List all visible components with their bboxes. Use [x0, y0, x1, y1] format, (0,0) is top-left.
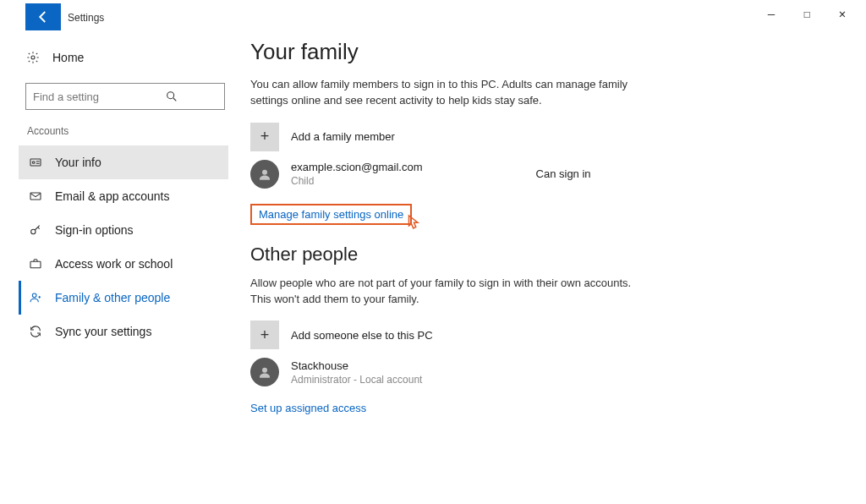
sidebar-item-label: Email & app accounts	[55, 189, 169, 203]
other-heading: Other people	[250, 244, 832, 266]
add-other-label: Add someone else to this PC	[291, 329, 433, 342]
svg-point-7	[32, 293, 36, 298]
other-user-role: Administrator - Local account	[291, 374, 422, 386]
add-family-member-button[interactable]: + Add a family member	[250, 123, 832, 151]
sidebar-item-your-info[interactable]: Your info	[19, 145, 228, 179]
avatar-icon	[250, 358, 279, 386]
svg-point-9	[262, 368, 267, 373]
member-role: Child	[291, 175, 423, 187]
sidebar-item-family[interactable]: Family & other people	[19, 281, 228, 315]
briefcase-icon	[28, 256, 43, 271]
sidebar-item-sync[interactable]: Sync your settings	[19, 315, 228, 348]
cursor-annotation	[400, 211, 425, 238]
family-description: You can allow family members to sign in …	[250, 77, 639, 109]
add-family-label: Add a family member	[291, 130, 395, 143]
minimize-button[interactable]: —	[763, 5, 780, 22]
person-icon	[28, 290, 43, 305]
svg-point-3	[32, 162, 35, 164]
avatar-icon	[250, 160, 279, 189]
category-label: Accounts	[27, 125, 223, 137]
family-heading: Your family	[250, 39, 832, 65]
search-input[interactable]: Find a setting	[25, 83, 225, 110]
family-member-row[interactable]: example.scion@gmail.com Child Can sign i…	[250, 160, 832, 189]
assigned-access-link[interactable]: Set up assigned access	[250, 402, 366, 414]
svg-point-0	[31, 56, 35, 59]
home-label: Home	[52, 51, 84, 64]
member-email: example.scion@gmail.com	[291, 161, 423, 173]
sidebar-item-label: Sign-in options	[55, 223, 134, 237]
maximize-button[interactable]: ☐	[798, 5, 815, 22]
svg-rect-6	[30, 261, 41, 267]
sidebar-item-label: Sync your settings	[55, 325, 151, 338]
id-card-icon	[28, 155, 43, 170]
sidebar: Home Find a setting Accounts Your info E…	[0, 34, 227, 504]
gear-icon	[25, 50, 41, 65]
home-nav[interactable]: Home	[25, 42, 223, 73]
manage-family-link[interactable]: Manage family settings online	[259, 208, 403, 221]
search-placeholder: Find a setting	[33, 90, 125, 103]
sync-icon	[28, 324, 43, 339]
other-user-row[interactable]: Stackhouse Administrator - Local account	[250, 358, 832, 386]
sidebar-item-label: Your info	[55, 156, 101, 169]
add-other-button[interactable]: + Add someone else to this PC	[250, 320, 832, 349]
manage-family-link-highlight: Manage family settings online	[250, 204, 412, 225]
other-description: Allow people who are not part of your fa…	[250, 276, 639, 308]
svg-point-8	[262, 169, 267, 174]
sidebar-item-email[interactable]: Email & app accounts	[19, 179, 228, 213]
search-icon	[125, 89, 217, 104]
svg-point-1	[167, 92, 173, 99]
plus-icon: +	[250, 123, 279, 151]
svg-point-5	[31, 229, 36, 233]
member-status: Can sign in	[536, 167, 591, 180]
titlebar: Settings — ☐ ✕	[0, 0, 866, 34]
sidebar-item-signin[interactable]: Sign-in options	[19, 213, 228, 247]
main-panel: Your family You can allow family members…	[227, 34, 866, 504]
sidebar-item-label: Access work or school	[55, 257, 173, 271]
plus-icon: +	[250, 320, 279, 349]
other-user-name: Stackhouse	[291, 359, 422, 372]
key-icon	[28, 222, 43, 238]
svg-rect-2	[30, 159, 41, 166]
back-button[interactable]	[25, 3, 61, 30]
close-button[interactable]: ✕	[834, 5, 851, 22]
sidebar-item-work[interactable]: Access work or school	[19, 247, 228, 281]
mail-icon	[28, 189, 43, 204]
app-title: Settings	[68, 5, 104, 30]
sidebar-item-label: Family & other people	[55, 291, 170, 304]
svg-rect-4	[30, 193, 41, 200]
